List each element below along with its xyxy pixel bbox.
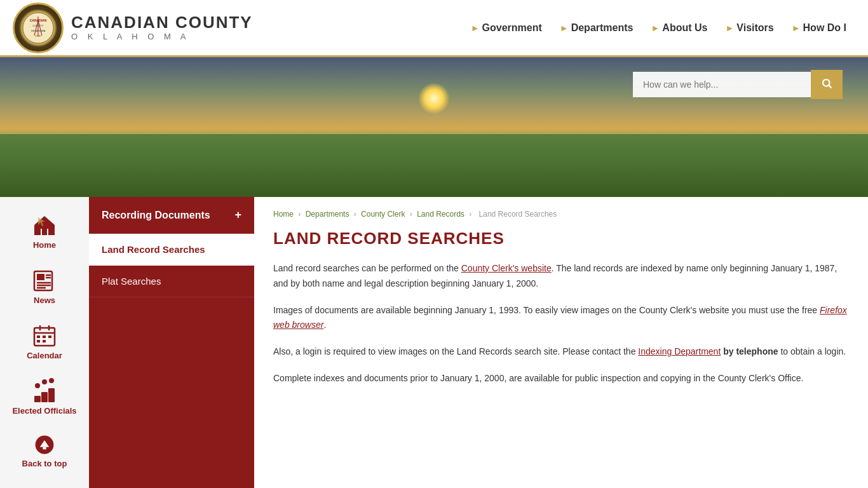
sidebar-label-elected-officials: Elected Officials: [12, 406, 76, 416]
icon-sidebar: Home News: [0, 197, 89, 488]
breadcrumb-home[interactable]: Home: [273, 210, 294, 219]
breadcrumb: Home › Departments › County Clerk › Land…: [273, 210, 849, 219]
main-content: Home › Departments › County Clerk › Land…: [254, 197, 868, 488]
county-clerk-website-link[interactable]: County Clerk's website: [461, 263, 552, 273]
county-seal: CANADIAN COUNTY OKLAHOMA 1890: [13, 3, 64, 53]
svg-rect-13: [37, 274, 44, 280]
plus-icon: +: [234, 208, 241, 222]
nav-arrow-icon: ►: [725, 23, 734, 33]
search-bar: [633, 70, 843, 99]
sidebar-label-news: News: [34, 295, 55, 305]
breadcrumb-county-clerk[interactable]: County Clerk: [361, 210, 405, 219]
sidebar-label-home: Home: [33, 240, 56, 250]
news-icon: [32, 268, 57, 293]
nav-arrow-icon: ►: [560, 23, 569, 33]
breadcrumb-sep: ›: [469, 210, 473, 219]
svg-line-10: [829, 85, 831, 88]
content-para-2: Images of documents are available beginn…: [273, 303, 849, 334]
search-icon: [821, 78, 832, 89]
sidebar-item-elected-officials[interactable]: Elected Officials: [0, 369, 89, 424]
svg-rect-25: [48, 336, 51, 338]
logo-text: CANADIAN COUNTY O K L A H O M A: [71, 14, 253, 41]
nav-sidebar: Recording Documents + Land Record Search…: [89, 197, 254, 488]
breadcrumb-sep: ›: [298, 210, 302, 219]
nav-recording-documents[interactable]: Recording Documents +: [89, 197, 254, 234]
svg-rect-11: [42, 229, 47, 235]
nav-arrow-icon: ►: [471, 23, 480, 33]
nav-departments[interactable]: ► Departments: [551, 17, 642, 39]
svg-point-31: [35, 383, 40, 388]
content-para-1: Land record searches can be performed on…: [273, 261, 849, 292]
sidebar-label-back-to-top: Back to top: [22, 459, 67, 468]
nav-arrow-icon: ►: [792, 23, 801, 33]
sidebar-item-news[interactable]: News: [0, 259, 89, 314]
home-icon: [32, 212, 57, 238]
header: CANADIAN COUNTY OKLAHOMA 1890 CANADIAN C…: [0, 0, 868, 57]
calendar-icon: [32, 323, 57, 348]
main-nav: ► Government ► Departments ► About Us ► …: [462, 17, 855, 39]
sidebar-item-calendar[interactable]: Calendar: [0, 314, 89, 369]
nav-about-us[interactable]: ► About Us: [642, 17, 716, 39]
logo[interactable]: CANADIAN COUNTY OKLAHOMA 1890 CANADIAN C…: [13, 3, 253, 53]
breadcrumb-sep: ›: [354, 210, 358, 219]
svg-rect-35: [43, 447, 46, 450]
back-to-top-icon: [33, 433, 56, 456]
hero-sun: [418, 83, 450, 114]
breadcrumb-land-records[interactable]: Land Records: [417, 210, 465, 219]
land-record-searches-label: Land Record Searches: [102, 244, 205, 255]
svg-rect-30: [48, 388, 55, 402]
hero-banner: [0, 57, 868, 197]
sidebar-item-back-to-top[interactable]: Back to top: [0, 424, 89, 477]
breadcrumb-current: Land Record Searches: [479, 210, 557, 219]
officials-icon: [32, 378, 57, 403]
svg-rect-27: [43, 340, 46, 342]
hero-land: [0, 134, 868, 197]
logo-title: CANADIAN COUNTY: [71, 14, 253, 30]
nav-land-record-searches[interactable]: Land Record Searches: [89, 234, 254, 266]
sidebar-item-home[interactable]: Home: [0, 203, 89, 259]
svg-point-32: [42, 379, 47, 384]
content-para-4: Complete indexes and documents prior to …: [273, 371, 849, 386]
content-para-3: Also, a login is required to view images…: [273, 344, 849, 360]
svg-rect-28: [34, 396, 41, 402]
nav-visitors[interactable]: ► Visitors: [716, 17, 782, 39]
recording-documents-label: Recording Documents: [102, 210, 210, 221]
firefox-link[interactable]: Firefox web browser: [273, 305, 847, 330]
svg-rect-26: [37, 340, 40, 342]
search-button[interactable]: [811, 70, 843, 99]
svg-rect-29: [41, 392, 48, 402]
plat-searches-label: Plat Searches: [102, 276, 161, 287]
svg-rect-23: [37, 336, 40, 338]
seal-icon: CANADIAN COUNTY OKLAHOMA 1890: [19, 9, 57, 47]
page-title: LAND RECORD SEARCHES: [273, 229, 849, 248]
nav-plat-searches[interactable]: Plat Searches: [89, 266, 254, 297]
nav-how-do-i[interactable]: ► How Do I: [783, 17, 855, 39]
breadcrumb-sep: ›: [410, 210, 414, 219]
main-wrapper: Home News: [0, 197, 868, 488]
indexing-department-link[interactable]: Indexing Department: [638, 346, 721, 356]
nav-government[interactable]: ► Government: [462, 17, 551, 39]
svg-point-9: [823, 79, 830, 86]
svg-point-33: [49, 378, 54, 383]
sidebar-label-calendar: Calendar: [27, 351, 62, 360]
logo-subtitle: O K L A H O M A: [71, 32, 253, 41]
nav-arrow-icon: ►: [651, 23, 660, 33]
breadcrumb-departments[interactable]: Departments: [306, 210, 349, 219]
svg-rect-24: [43, 336, 46, 338]
search-input[interactable]: [633, 72, 811, 97]
